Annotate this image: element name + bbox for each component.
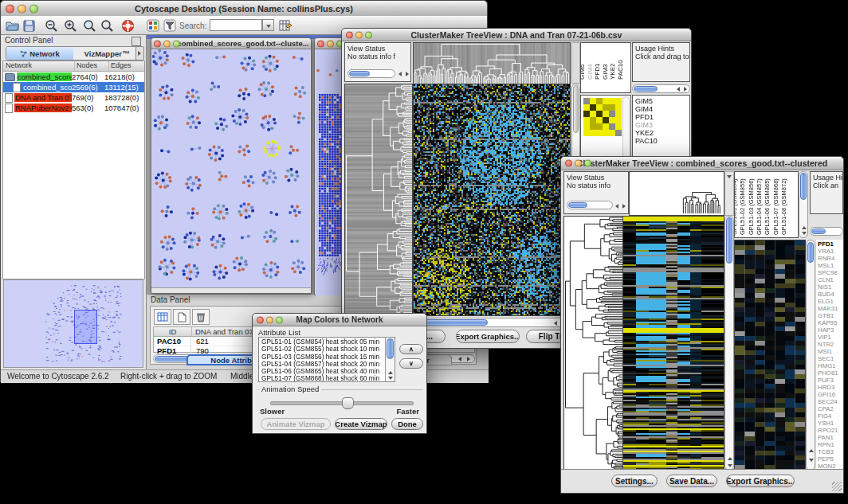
tv2-heatmap[interactable]	[622, 216, 724, 471]
scroll-down-icon[interactable]	[809, 459, 814, 462]
gene-label[interactable]: SPC98	[818, 269, 838, 276]
close-button[interactable]	[6, 4, 14, 13]
scroll-up-icon[interactable]	[388, 371, 393, 374]
minimize-button[interactable]	[575, 160, 582, 167]
gene-label[interactable]: YRA1	[818, 248, 838, 255]
network-row[interactable]: combined_scores2764(0)16218(0)	[3, 72, 144, 82]
gene-label[interactable]: PHO81	[818, 369, 838, 377]
search-input[interactable]	[210, 19, 262, 31]
column-label[interactable]: PAC10	[617, 60, 624, 80]
gene-label[interactable]: FIG4	[818, 412, 838, 420]
scroll-down-icon[interactable]	[388, 377, 393, 380]
scroll-left-icon[interactable]	[458, 357, 461, 361]
minimize-button[interactable]	[18, 4, 26, 13]
column-label[interactable]: GPL51-03 (GSM856)	[748, 178, 755, 235]
column-label[interactable]: GPL51-02 (GSM855)	[739, 178, 746, 235]
tv1-column-dendrogram[interactable]	[413, 42, 571, 84]
gene-label[interactable]: GTB1	[818, 312, 838, 319]
column-label[interactable]: PFD1	[594, 64, 601, 80]
tv2-export-graphics-button[interactable]: Export Graphics...	[726, 475, 795, 487]
gene-label[interactable]: PFD1	[635, 113, 658, 121]
move-up-button[interactable]: ∧	[399, 344, 423, 354]
filter-icon[interactable]	[163, 18, 177, 33]
column-label[interactable]: GPL51-04 (GSM857)	[756, 178, 763, 235]
gene-label[interactable]: YKE2	[635, 129, 658, 137]
scroll-up-icon[interactable]	[802, 226, 807, 229]
open-folder-icon[interactable]	[5, 18, 19, 33]
gene-label[interactable]: PAC10	[635, 137, 658, 145]
tv1-usage-hscrollbar[interactable]	[632, 84, 690, 93]
gene-label[interactable]: PFD1	[818, 240, 838, 248]
zoom-selected-icon[interactable]	[100, 18, 114, 33]
gene-label[interactable]: TCB3	[818, 448, 838, 455]
tab-network[interactable]: Network	[6, 47, 73, 60]
treeview1-titlebar[interactable]: ClusterMaker TreeView : DNA and Tran 07-…	[342, 29, 691, 41]
network-row[interactable]: RNAPuberNov2+!563(0)107847(0)	[3, 103, 144, 113]
gene-label[interactable]: MSL1	[818, 262, 838, 269]
scroll-left-icon[interactable]	[554, 321, 557, 326]
tv2-settings-button[interactable]: Settings...	[611, 475, 658, 487]
gene-label[interactable]: PAN1	[818, 434, 838, 441]
tv2-save-data-button[interactable]: Save Data...	[666, 475, 717, 487]
gene-label[interactable]: GIM4	[635, 105, 658, 113]
animation-speed-slider[interactable]	[270, 401, 414, 405]
gene-label[interactable]: CLN1	[818, 276, 838, 283]
treeview2-titlebar[interactable]: ClusterMaker TreeView : combined_scores_…	[561, 157, 843, 170]
gene-label[interactable]: YSH1	[818, 420, 838, 427]
network-canvas[interactable]	[152, 49, 310, 287]
tv2-status-hscrollbar[interactable]	[567, 201, 613, 209]
delete-attribute-icon[interactable]	[192, 309, 210, 325]
column-label[interactable]: GIM4	[587, 64, 594, 80]
resize-grip[interactable]	[832, 482, 842, 491]
gene-label[interactable]: NTR2	[818, 341, 838, 348]
network-view-titlebar[interactable]: combined_scores_good.txt--cluste...	[151, 38, 311, 49]
zoom-button[interactable]	[584, 160, 591, 167]
scroll-down-icon[interactable]	[802, 232, 807, 235]
network-overview-canvas[interactable]	[4, 280, 143, 367]
close-button[interactable]	[317, 40, 324, 47]
col-network[interactable]: Network	[3, 61, 75, 71]
column-label[interactable]: GIM5	[580, 64, 586, 80]
tv2-zoom-heatmap[interactable]	[734, 240, 806, 471]
scroll-left-icon[interactable]	[398, 72, 402, 76]
network-row[interactable]: combined_sco2569(6)13112(15)	[3, 82, 144, 92]
network-row[interactable]: DNA and Tran 07769(0)183728(0)	[3, 92, 144, 103]
gene-label[interactable]: ELG1	[818, 298, 838, 305]
dialog-titlebar[interactable]: Map Colors to Network	[253, 314, 426, 326]
close-button[interactable]	[154, 40, 161, 47]
tv2-column-labels-panel[interactable]: GPL51-01 (GSM854)GPL51-02 (GSM855)GPL51-…	[734, 171, 799, 238]
gene-label[interactable]: HRD3	[818, 384, 838, 391]
column-label[interactable]: GPL51-08 (GSM872)	[780, 178, 787, 235]
column-label[interactable]: GPL51-06 (GSM865)	[764, 178, 771, 235]
col-edges[interactable]: Edges	[109, 61, 144, 71]
close-button[interactable]	[565, 160, 572, 167]
tv2-zoom-vscrollbar[interactable]	[806, 240, 815, 471]
gene-label[interactable]: CPA2	[818, 405, 838, 412]
minimize-button[interactable]	[266, 316, 273, 323]
float-panel-icon[interactable]	[132, 37, 141, 46]
column-label[interactable]: YKE2	[609, 64, 616, 80]
attribute-table-icon[interactable]	[278, 18, 292, 33]
column-label[interactable]: GIM3	[602, 64, 609, 80]
minimize-button[interactable]	[327, 40, 334, 47]
attribute-select-icon[interactable]	[154, 309, 171, 325]
gene-label[interactable]: RPO21	[818, 427, 838, 434]
gene-label[interactable]: VIP1	[818, 334, 838, 341]
tv2-column-dendrogram[interactable]	[629, 171, 724, 216]
gene-label[interactable]: PEP5	[818, 455, 838, 463]
gene-label[interactable]: GIM5	[635, 97, 658, 105]
scroll-right-icon[interactable]	[406, 72, 409, 76]
done-button[interactable]: Done	[391, 418, 423, 430]
tv2-usage-hscrollbar[interactable]	[810, 227, 843, 236]
scroll-left-icon[interactable]	[615, 204, 618, 209]
zoom-button[interactable]	[29, 4, 38, 13]
tv1-status-hscrollbar[interactable]	[347, 69, 395, 78]
zoom-button[interactable]	[365, 31, 372, 38]
overview-viewport-rect[interactable]	[74, 310, 97, 344]
animate-vizmap-button[interactable]: Animate Vizmap	[261, 418, 331, 430]
gene-label[interactable]: HMG1	[818, 362, 838, 369]
gene-label[interactable]: HAP3	[818, 326, 838, 334]
gene-label[interactable]: PUF3	[818, 377, 838, 384]
scroll-right-icon[interactable]	[467, 357, 470, 361]
column-label[interactable]: GPL51-07 (GSM868)	[772, 178, 779, 235]
